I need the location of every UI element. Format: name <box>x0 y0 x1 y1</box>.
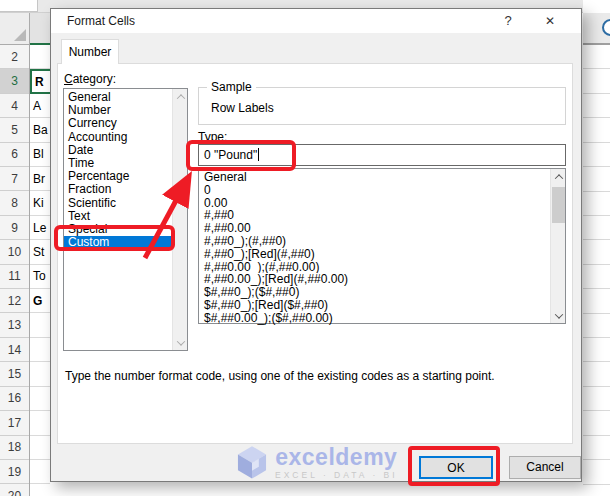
category-label: Category: <box>64 72 116 86</box>
watermark-tagline: EXCEL · DATA · BI <box>275 470 398 480</box>
cell[interactable] <box>30 460 50 484</box>
cell[interactable]: G <box>30 289 50 313</box>
tab-strip <box>51 33 581 63</box>
type-option[interactable]: 0 <box>199 184 550 197</box>
row-header[interactable]: 20 <box>0 484 29 496</box>
type-option[interactable]: #,##0.00_);[Red](#,##0.00) <box>199 273 550 286</box>
sample-groupbox: Sample Row Labels <box>198 87 566 125</box>
format-cells-dialog: Format Cells ? ✕ Number Category: Genera… <box>50 8 582 482</box>
category-scrollbar[interactable] <box>172 89 187 350</box>
row-header-column: 234567891011121314151617181920 <box>0 45 30 496</box>
select-all-triangle-icon <box>14 29 26 41</box>
category-item[interactable]: Number <box>64 104 172 117</box>
type-option[interactable]: $#,##0.00_);($#,##0.00) <box>199 312 550 325</box>
cell[interactable] <box>30 484 50 496</box>
row-header[interactable]: 2 <box>0 45 29 69</box>
dialog-help-button[interactable]: ? <box>497 11 519 31</box>
dialog-titlebar[interactable]: Format Cells ? ✕ <box>51 9 581 33</box>
type-option[interactable]: #,##0.00 <box>199 222 550 235</box>
row-header[interactable]: 15 <box>0 362 29 386</box>
type-option[interactable]: #,##0_);[Red](#,##0) <box>199 248 550 261</box>
cell[interactable] <box>30 387 50 411</box>
row-header[interactable]: 6 <box>0 143 29 167</box>
name-box[interactable] <box>0 0 38 12</box>
type-option[interactable]: #,##0_);(#,##0) <box>199 235 550 248</box>
screenshot-stage: 234567891011121314151617181920 RABaBlBrK… <box>0 0 610 496</box>
cell[interactable]: To <box>30 265 50 289</box>
category-listbox: GeneralNumberCurrencyAccountingDateTimeP… <box>63 88 188 351</box>
row-header[interactable]: 18 <box>0 436 29 460</box>
close-icon[interactable]: ✕ <box>539 11 561 31</box>
row-header[interactable]: 5 <box>0 118 29 142</box>
cell[interactable]: A <box>30 94 50 118</box>
type-option[interactable]: #,##0 <box>199 209 550 222</box>
dialog-help-text: Type the number format code, using one o… <box>65 369 567 383</box>
type-option[interactable]: $#,##0_);[Red]($#,##0) <box>199 299 550 312</box>
cell[interactable]: Ba <box>30 118 50 142</box>
scrollbar-thumb[interactable] <box>552 187 565 223</box>
cell[interactable]: Bl <box>30 143 50 167</box>
type-option[interactable]: 0.00 <box>199 197 550 210</box>
column-a-header[interactable] <box>30 13 50 45</box>
right-sheet-strip <box>583 0 610 496</box>
column-a-cells: RABaBlBrKiLeStToG <box>30 45 50 496</box>
sample-value: Row Labels <box>211 101 274 115</box>
row-header[interactable]: 14 <box>0 338 29 362</box>
cell[interactable] <box>30 362 50 386</box>
row-header[interactable]: 8 <box>0 191 29 215</box>
category-item[interactable]: Currency <box>64 117 172 130</box>
sample-caption: Sample <box>207 80 256 94</box>
row-header[interactable]: 16 <box>0 387 29 411</box>
text-cursor <box>258 148 259 161</box>
category-item[interactable]: Scientific <box>64 197 172 210</box>
row-header[interactable]: 3 <box>0 69 29 93</box>
category-item[interactable]: General <box>64 91 172 104</box>
row-header[interactable]: 12 <box>0 289 29 313</box>
row-header[interactable]: 4 <box>0 94 29 118</box>
cell[interactable]: Le <box>30 216 50 240</box>
type-label: Type: <box>198 130 227 144</box>
scroll-down-icon[interactable] <box>173 335 188 350</box>
cancel-button[interactable]: Cancel <box>509 456 581 479</box>
scroll-down-icon[interactable] <box>551 308 566 323</box>
cell[interactable]: Br <box>30 167 50 191</box>
type-option[interactable]: $#,##0_);($#,##0) <box>199 286 550 299</box>
exceldemy-watermark: exceldemy EXCEL · DATA · BI <box>234 444 398 480</box>
type-option[interactable]: #,##0.00_);(#,##0.00) <box>199 261 550 274</box>
type-scrollbar[interactable] <box>550 169 565 323</box>
tab-number[interactable]: Number <box>61 39 119 64</box>
right-gridlines <box>583 45 610 496</box>
cell[interactable]: Ki <box>30 191 50 215</box>
cell[interactable]: R <box>30 69 50 93</box>
category-item[interactable]: Fraction <box>64 183 172 196</box>
category-item[interactable]: Custom <box>64 236 172 249</box>
category-item[interactable]: Special <box>64 223 172 236</box>
category-item[interactable]: Text <box>64 210 172 223</box>
select-all-corner[interactable] <box>0 13 30 45</box>
scroll-up-icon[interactable] <box>551 169 566 184</box>
cell[interactable] <box>30 411 50 435</box>
row-header[interactable]: 7 <box>0 167 29 191</box>
cell[interactable] <box>30 45 50 69</box>
row-header[interactable]: 17 <box>0 411 29 435</box>
header-row-band <box>583 13 610 45</box>
row-header[interactable]: 11 <box>0 265 29 289</box>
cell[interactable] <box>30 338 50 362</box>
scroll-up-icon[interactable] <box>173 89 188 104</box>
row-header[interactable]: 13 <box>0 313 29 337</box>
row-header[interactable]: 9 <box>0 216 29 240</box>
category-item[interactable]: Accounting <box>64 131 172 144</box>
cell[interactable] <box>30 313 50 337</box>
type-option[interactable]: General <box>199 171 550 184</box>
category-item[interactable]: Date <box>64 144 172 157</box>
category-item[interactable]: Time <box>64 157 172 170</box>
type-input-value: 0 "Pound" <box>204 148 257 162</box>
category-item[interactable]: Percentage <box>64 170 172 183</box>
row-header[interactable]: 19 <box>0 460 29 484</box>
ok-button[interactable]: OK <box>419 456 493 479</box>
type-listbox: General00.00#,##0#,##0.00#,##0_);(#,##0)… <box>198 168 566 324</box>
type-input[interactable]: 0 "Pound" <box>198 144 566 166</box>
cell[interactable]: St <box>30 240 50 264</box>
cell[interactable] <box>30 436 50 460</box>
row-header[interactable]: 10 <box>0 240 29 264</box>
